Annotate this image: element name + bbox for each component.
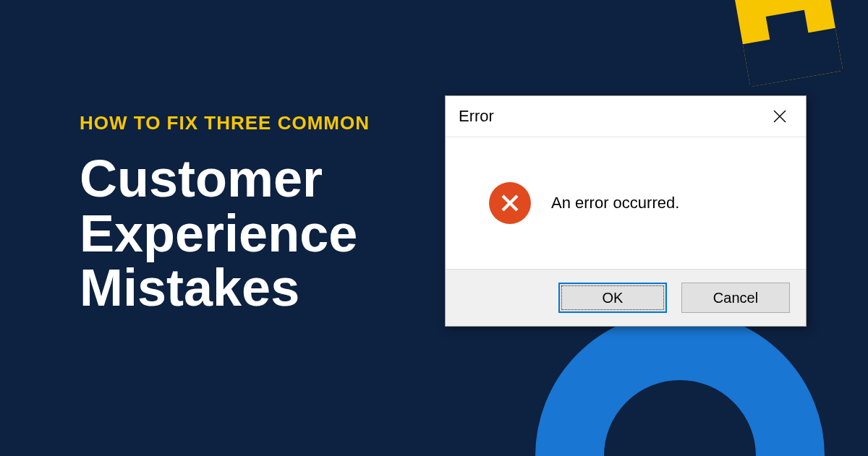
decorative-blue-ring xyxy=(535,311,825,456)
headline-line-2: Experience xyxy=(80,207,370,262)
dialog-body: An error occurred. xyxy=(446,137,806,269)
kicker-text: HOW TO FIX THREE COMMON xyxy=(80,112,370,134)
dialog-message: An error occurred. xyxy=(551,194,679,212)
error-dialog: Error An error occurred. OK Cancel xyxy=(445,95,807,327)
headline-block: HOW TO FIX THREE COMMON Customer Experie… xyxy=(80,112,370,316)
dialog-title: Error xyxy=(459,107,494,126)
decorative-yellow-shape xyxy=(734,0,843,87)
close-icon xyxy=(773,109,787,124)
ok-button[interactable]: OK xyxy=(558,283,667,313)
close-button[interactable] xyxy=(765,105,794,128)
headline-line-1: Customer xyxy=(80,152,370,207)
dialog-titlebar: Error xyxy=(446,96,806,137)
cancel-button[interactable]: Cancel xyxy=(681,283,790,313)
error-icon xyxy=(489,182,531,224)
headline-text: Customer Experience Mistakes xyxy=(80,152,370,316)
dialog-footer: OK Cancel xyxy=(446,269,806,326)
headline-line-3: Mistakes xyxy=(80,261,370,316)
